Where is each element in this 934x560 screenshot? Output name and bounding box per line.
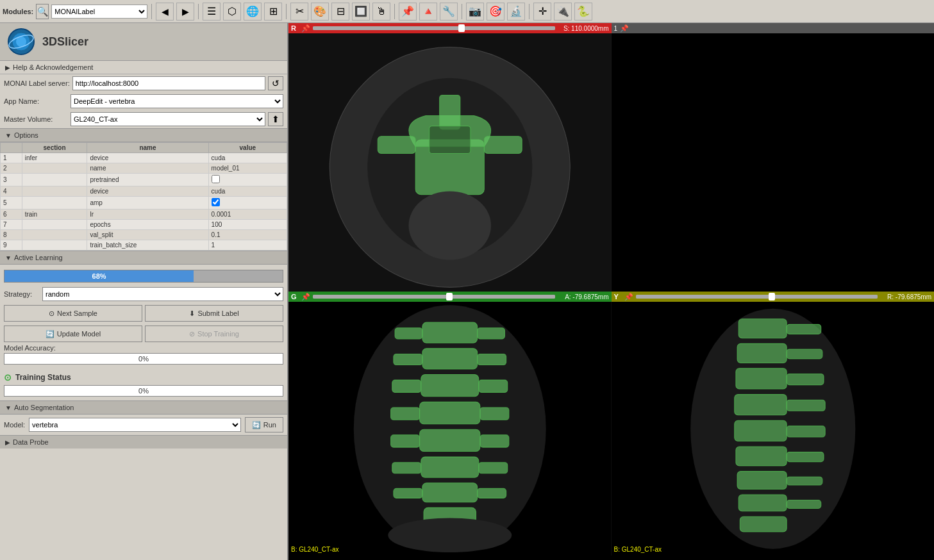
coronal-position: A: -79.6875mm (558, 293, 609, 301)
row-num-cell: 6 (1, 210, 22, 220)
coronal-slider[interactable] (313, 295, 555, 299)
search-modules-btn[interactable]: 🔍 (36, 4, 49, 19)
toolbar-pin-icon[interactable]: 📌 (399, 3, 417, 21)
submit-label-btn[interactable]: ⬇ Submit Label (145, 305, 283, 322)
svg-rect-60 (480, 435, 509, 447)
coronal-ct-view[interactable]: B: GL240_CT-ax (288, 302, 612, 556)
master-volume-row: Master Volume: GL240_CT-ax ⬆ (0, 110, 287, 128)
options-section-header[interactable]: ▼ Options (0, 128, 287, 142)
row-num-cell: 8 (1, 230, 22, 240)
panel-header: 3DSlicer (0, 23, 287, 61)
axial-slider[interactable] (313, 26, 555, 30)
toolbar-target-icon[interactable]: 🎯 (487, 3, 505, 21)
svg-rect-71 (735, 447, 786, 466)
refresh-server-btn[interactable]: ↺ (268, 76, 283, 90)
row-name-cell: train_batch_size (87, 240, 208, 251)
row-section-cell (22, 240, 87, 251)
svg-rect-70 (734, 420, 786, 441)
svg-rect-72 (737, 472, 787, 490)
accuracy-bar: 0% (4, 353, 283, 365)
row-name-cell: val_split (87, 230, 208, 240)
options-table-container: section name value 1inferdevicecuda2name… (0, 142, 287, 251)
table-row: 2namemodel_01 (1, 163, 287, 174)
toolbar-grid-icon[interactable]: ⊞ (264, 3, 282, 21)
toolbar-arrow-left[interactable]: ◀ (156, 3, 174, 21)
toolbar-minus-icon[interactable]: ⊟ (331, 3, 349, 21)
module-selector[interactable]: MONAILabel (51, 4, 147, 19)
model-select[interactable]: vertebra (29, 418, 241, 432)
toolbar-cursor-icon[interactable]: 🖱 (372, 3, 390, 21)
server-url-input[interactable] (72, 76, 265, 90)
row-checkbox[interactable] (212, 198, 220, 206)
auto-seg-section: Model: vertebra 🔄 Run (0, 415, 287, 435)
table-row: 8val_split0.1 (1, 230, 287, 240)
master-volume-select[interactable]: GL240_CT-ax (71, 112, 265, 126)
row-value-cell: model_01 (208, 163, 287, 174)
sagittal-ct-view[interactable]: B: GL240_CT-ax (612, 302, 935, 556)
svg-rect-11 (429, 126, 471, 154)
row-value-cell: 0.0001 (208, 210, 287, 220)
toolbar-python-icon[interactable]: 🐍 (574, 3, 592, 21)
col-num (1, 143, 22, 153)
3d-view-num: 1 (614, 25, 618, 32)
table-row: 6trainlr0.0001 (1, 210, 287, 220)
stop-training-btn[interactable]: ⊘ Stop Training (145, 325, 283, 342)
active-learning-header[interactable]: ▼ Active Learning (0, 251, 287, 265)
row-section-cell (22, 230, 87, 240)
accuracy-value: 0% (138, 355, 149, 363)
svg-rect-8 (440, 95, 460, 129)
toolbar-arrow-right[interactable]: ▶ (176, 3, 194, 21)
toolbar-triangle-icon[interactable]: 🔺 (419, 3, 437, 21)
row-section-cell: infer (22, 153, 87, 163)
toolbar-camera-icon[interactable]: 📷 (466, 3, 484, 21)
svg-rect-44 (420, 402, 480, 424)
run-btn[interactable]: 🔄 Run (245, 417, 283, 432)
toolbar-plugin-icon[interactable]: 🔌 (554, 3, 572, 21)
coronal-slice-header: G 📌 A: -79.6875mm (288, 292, 612, 302)
sagittal-view-panel: Y 📌 R: -79.6875mm (612, 292, 935, 560)
svg-rect-55 (394, 488, 422, 498)
left-panel: 3DSlicer ▶ Help & Acknowledgement MONAI … (0, 23, 288, 560)
upload-volume-btn[interactable]: ⬆ (268, 112, 283, 126)
sep5 (462, 4, 462, 19)
svg-rect-74 (740, 516, 787, 532)
sagittal-position: R: -79.6875mm (880, 293, 931, 301)
next-sample-btn[interactable]: ⊙ Next Sample (4, 305, 142, 322)
row-section-cell (22, 174, 87, 186)
main-area: 3DSlicer ▶ Help & Acknowledgement MONAI … (0, 23, 934, 560)
toolbar-rect-icon[interactable]: 🔲 (352, 3, 370, 21)
table-row: 4devicecuda (1, 186, 287, 197)
toolbar-list-icon[interactable]: ☰ (203, 3, 221, 21)
model-row: Model: vertebra 🔄 Run (4, 417, 283, 432)
sagittal-slider[interactable] (636, 295, 878, 299)
svg-point-12 (408, 191, 491, 259)
toolbar-settings-icon[interactable]: 🔧 (440, 3, 458, 21)
sep4 (394, 4, 395, 19)
svg-rect-76 (787, 349, 822, 359)
strategy-select[interactable]: random first last (42, 287, 283, 301)
svg-rect-56 (478, 328, 505, 339)
toolbar-crosshair-icon[interactable]: ✛ (533, 3, 551, 21)
toolbar-globe-icon[interactable]: 🌐 (244, 3, 262, 21)
data-probe-label: Data Probe (13, 438, 49, 446)
update-model-btn[interactable]: 🔄 Update Model (4, 325, 142, 342)
sep6 (529, 4, 530, 19)
row-name-cell: device (87, 153, 208, 163)
active-learning-label: Active Learning (14, 254, 63, 261)
help-section[interactable]: ▶ Help & Acknowledgement (0, 61, 287, 74)
axial-ct-view[interactable]: B: GL240_CT-ax (288, 33, 612, 292)
row-num-cell: 1 (1, 153, 22, 163)
svg-rect-69 (734, 395, 786, 415)
master-volume-label: Master Volume: (4, 115, 68, 123)
row-checkbox[interactable] (212, 175, 220, 183)
svg-rect-79 (787, 426, 825, 437)
toolbar-cube-icon[interactable]: ⬡ (223, 3, 241, 21)
toolbar-scissors-icon[interactable]: ✂ (290, 3, 308, 21)
auto-seg-header[interactable]: ▼ Auto Segmentation (0, 400, 287, 415)
svg-rect-42 (422, 349, 478, 369)
app-name-select[interactable]: DeepEdit - vertebra (71, 94, 283, 108)
data-probe-section[interactable]: ▶ Data Probe (0, 435, 287, 449)
toolbar-micro-icon[interactable]: 🔬 (507, 3, 525, 21)
toolbar-paint-icon[interactable]: 🎨 (311, 3, 329, 21)
app-name-label: App Name: (4, 97, 68, 105)
